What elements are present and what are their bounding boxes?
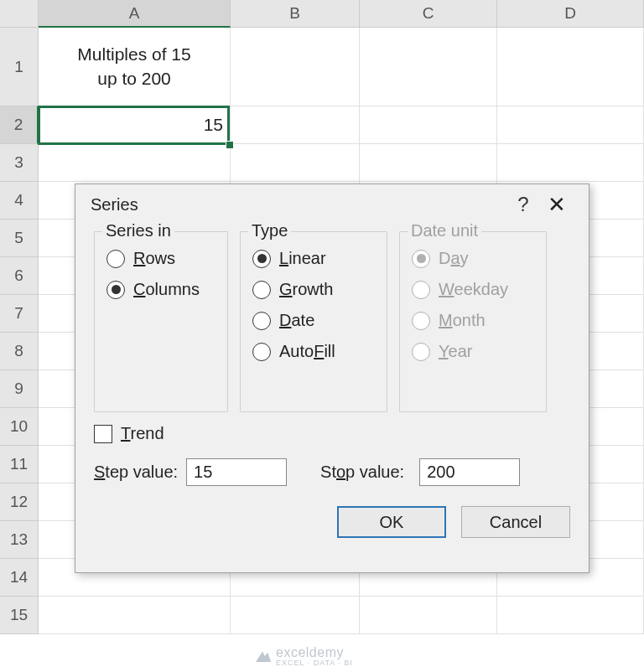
stop-value-input[interactable]: 200 (419, 458, 520, 486)
row-header[interactable]: 1 (0, 28, 39, 106)
cell[interactable] (497, 597, 644, 634)
cell[interactable] (39, 144, 231, 182)
series-dialog: Series ? ✕ Series in RowsColumns Type Li… (75, 184, 589, 573)
step-value-label: Step value: (94, 463, 178, 482)
radio-label: Date (279, 311, 314, 330)
row-header[interactable]: 15 (0, 597, 39, 634)
radio-option[interactable]: Linear (252, 249, 373, 268)
row-header[interactable]: 3 (0, 144, 39, 182)
radio-icon (252, 281, 271, 299)
radio-label: Growth (279, 280, 333, 299)
help-icon[interactable]: ? (506, 193, 540, 216)
group-title: Date unit (408, 221, 481, 240)
cell[interactable] (497, 28, 644, 106)
radio-option[interactable]: Rows (106, 249, 214, 268)
watermark-tagline: EXCEL · DATA · BI (276, 659, 353, 667)
fill-handle[interactable] (226, 141, 234, 149)
cell[interactable]: Multiples of 15 up to 200 (39, 28, 231, 106)
radio-option[interactable]: Date (252, 311, 373, 330)
cell[interactable] (231, 144, 360, 182)
watermark-brand: exceldemy (276, 645, 344, 659)
cell[interactable] (39, 597, 231, 634)
radio-label: Month (439, 311, 486, 330)
radio-option: Month (412, 311, 532, 330)
cell[interactable] (231, 28, 360, 106)
radio-option: Weekday (412, 280, 532, 299)
radio-label: Year (439, 342, 472, 361)
trend-checkbox-row[interactable]: Trend (75, 412, 589, 443)
ok-button[interactable]: OK (337, 506, 446, 538)
group-title: Type (248, 221, 291, 240)
radio-label: Day (439, 249, 469, 268)
trend-checkbox[interactable] (94, 425, 112, 443)
row-header[interactable]: 5 (0, 220, 39, 257)
row-header[interactable]: 9 (0, 370, 39, 408)
radio-icon (106, 281, 125, 299)
radio-option: Year (412, 342, 532, 361)
date-unit-group: Date unit DayWeekdayMonthYear (399, 231, 547, 412)
cell[interactable]: 15 (39, 106, 231, 144)
radio-icon (412, 250, 430, 268)
row-header[interactable]: 6 (0, 257, 39, 295)
radio-icon (412, 312, 430, 330)
radio-option[interactable]: AutoFill (252, 342, 373, 361)
row-header[interactable]: 10 (0, 408, 39, 446)
row-header[interactable]: 8 (0, 333, 39, 370)
row-header[interactable]: 2 (0, 106, 39, 144)
dialog-body: Series in RowsColumns Type LinearGrowthD… (75, 225, 589, 412)
radio-label: Linear (279, 249, 326, 268)
radio-label: Weekday (439, 280, 508, 299)
cell[interactable] (497, 106, 644, 144)
radio-icon (252, 312, 271, 330)
dialog-titlebar[interactable]: Series ? ✕ (75, 184, 589, 225)
column-header[interactable]: B (231, 0, 360, 28)
series-in-group: Series in RowsColumns (94, 231, 228, 412)
cell[interactable] (231, 106, 360, 144)
column-header[interactable]: C (360, 0, 497, 28)
row-header[interactable]: 7 (0, 295, 39, 333)
radio-option[interactable]: Columns (106, 280, 214, 299)
dialog-button-row: OK Cancel (75, 486, 589, 538)
watermark: exceldemy EXCEL · DATA · BI (256, 645, 353, 667)
row-header[interactable]: 14 (0, 559, 39, 597)
radio-icon (252, 250, 271, 268)
trend-label: Trend (121, 424, 164, 443)
radio-icon (106, 250, 125, 268)
row-header[interactable]: 4 (0, 182, 39, 220)
row-header[interactable]: 11 (0, 446, 39, 483)
radio-option: Day (412, 249, 532, 268)
radio-icon (412, 343, 430, 361)
cell[interactable] (360, 144, 497, 182)
radio-label: AutoFill (279, 342, 335, 361)
radio-label: Rows (133, 249, 175, 268)
value-inputs-row: Step value: 15 Stop value: 200 (75, 443, 589, 486)
column-header[interactable]: D (497, 0, 644, 28)
radio-icon (412, 281, 430, 299)
column-header-row: ABCD (0, 0, 644, 28)
row-header[interactable]: 13 (0, 521, 39, 559)
dialog-title: Series (91, 195, 138, 215)
type-group: Type LinearGrowthDateAutoFill (240, 231, 387, 412)
cell[interactable] (231, 597, 360, 634)
cell[interactable] (497, 144, 644, 182)
stop-value-label: Stop value: (320, 463, 404, 482)
radio-icon (252, 343, 271, 361)
cancel-button[interactable]: Cancel (461, 506, 570, 538)
select-all-corner[interactable] (0, 0, 39, 28)
radio-option[interactable]: Growth (252, 280, 373, 299)
cell[interactable] (360, 597, 497, 634)
watermark-icon (256, 650, 271, 662)
cell[interactable] (360, 28, 497, 106)
cell[interactable] (360, 106, 497, 144)
group-title: Series in (102, 221, 174, 240)
step-value-input[interactable]: 15 (186, 458, 287, 486)
radio-label: Columns (133, 280, 200, 299)
row-header[interactable]: 12 (0, 483, 39, 521)
close-icon[interactable]: ✕ (540, 192, 574, 218)
column-header[interactable]: A (39, 0, 231, 28)
